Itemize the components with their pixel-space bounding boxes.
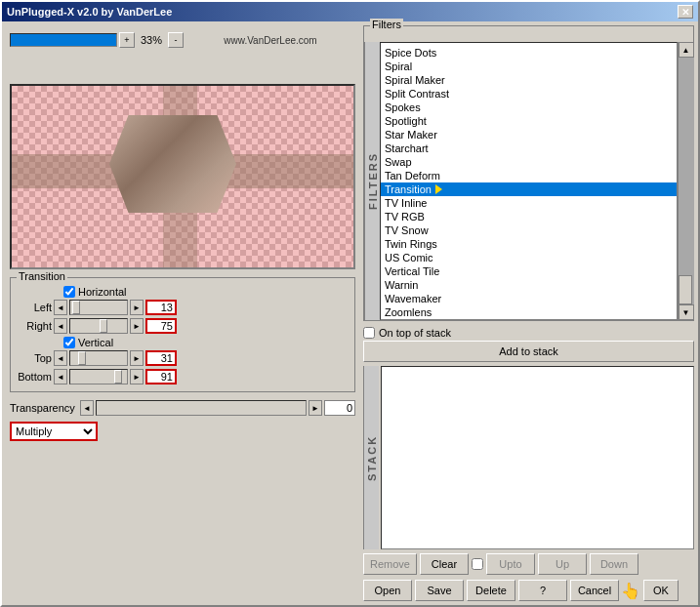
- filters-sidebar-label: FILTERS: [364, 42, 380, 320]
- scroll-down-arrow[interactable]: ▼: [679, 304, 694, 320]
- horizontal-checkbox[interactable]: [63, 286, 75, 298]
- left-value[interactable]: [145, 300, 177, 315]
- add-to-stack-area: Add to stack: [363, 341, 694, 362]
- filter-item[interactable]: Split Contrast: [381, 87, 677, 101]
- scroll-thumb: [679, 275, 692, 304]
- horizontal-label: Horizontal: [78, 286, 127, 298]
- stack-list[interactable]: [381, 366, 694, 549]
- right-slider-thumb: [100, 319, 107, 333]
- filter-item[interactable]: Swap: [381, 155, 677, 169]
- bottom-btn-row: Open Save Delete ? Cancel 👆 OK: [363, 580, 694, 601]
- filter-item[interactable]: Spiral Maker: [381, 73, 677, 87]
- top-arrow-right[interactable]: ►: [130, 350, 144, 366]
- preview-area: [10, 84, 355, 269]
- filter-item[interactable]: Spotlight: [381, 114, 677, 128]
- right-label: Right: [15, 320, 52, 332]
- filter-item[interactable]: Starchart: [381, 142, 677, 155]
- save-button[interactable]: Save: [415, 580, 464, 601]
- bottom-arrow-right[interactable]: ►: [130, 369, 144, 384]
- filter-item[interactable]: TV Snow: [381, 223, 677, 237]
- upto-button[interactable]: Upto: [486, 553, 535, 575]
- zoom-url: www.VanDerLee.com: [185, 35, 355, 46]
- stack-area: STACK: [363, 366, 694, 549]
- right-value[interactable]: [145, 318, 177, 334]
- zoom-plus-button[interactable]: +: [119, 32, 135, 48]
- bottom-value[interactable]: [145, 369, 177, 384]
- filter-item[interactable]: TV Inline: [381, 196, 677, 210]
- stack-sidebar-label: STACK: [363, 366, 379, 549]
- delete-button[interactable]: Delete: [467, 580, 515, 601]
- blend-mode-select[interactable]: Multiply Normal Screen Overlay: [10, 422, 98, 441]
- transparency-label: Transparency: [10, 402, 78, 414]
- filters-title: Filters: [370, 19, 403, 30]
- ok-button[interactable]: OK: [643, 580, 679, 601]
- clear-button[interactable]: Clear: [420, 553, 469, 575]
- filter-item[interactable]: Twin Rings: [381, 237, 677, 251]
- top-arrow-left[interactable]: ◄: [54, 350, 67, 366]
- left-control-row: Left ◄ ►: [15, 300, 350, 315]
- transparency-arrow-left[interactable]: ◄: [80, 400, 94, 416]
- filter-item[interactable]: Spiral: [381, 60, 677, 73]
- filters-scrollbar[interactable]: ▲ ▼: [678, 42, 693, 320]
- filter-item[interactable]: Vertical Tile: [381, 264, 677, 278]
- left-slider-thumb: [72, 301, 80, 314]
- left-panel: + 33% - www.VanDerLee.com Transition Hor…: [2, 21, 363, 605]
- filters-list-container: FILTERS SolarizeSpice DotsSpiralSpiral M…: [364, 42, 693, 320]
- top-slider-thumb: [78, 351, 86, 365]
- bottom-arrow-left[interactable]: ◄: [54, 369, 67, 384]
- ontop-checkbox[interactable]: [363, 327, 375, 339]
- hand-icon: 👆: [621, 582, 640, 600]
- zoom-bar: + 33% - www.VanDerLee.com: [10, 29, 355, 51]
- transparency-value[interactable]: [324, 400, 355, 416]
- blend-mode-row: Multiply Normal Screen Overlay: [10, 422, 355, 441]
- right-slider[interactable]: [69, 318, 128, 334]
- filter-item[interactable]: Transition: [381, 182, 677, 196]
- down-button[interactable]: Down: [590, 553, 638, 575]
- cancel-button[interactable]: Cancel: [570, 580, 619, 601]
- left-slider[interactable]: [69, 300, 128, 315]
- filters-section: Filters FILTERS SolarizeSpice DotsSpiral…: [363, 25, 694, 321]
- add-to-stack-button[interactable]: Add to stack: [363, 341, 694, 362]
- filter-item[interactable]: Spice Dots: [381, 46, 677, 60]
- scroll-up-arrow[interactable]: ▲: [679, 42, 694, 58]
- help-button[interactable]: ?: [518, 580, 567, 601]
- bottom-label: Bottom: [15, 371, 52, 383]
- bottom-slider[interactable]: [69, 369, 128, 384]
- filter-item[interactable]: Tan Deform: [381, 169, 677, 182]
- left-arrow-right[interactable]: ►: [130, 300, 144, 315]
- left-arrow-left[interactable]: ◄: [54, 300, 67, 315]
- upto-checkbox[interactable]: [472, 558, 483, 570]
- filter-item[interactable]: Warnin: [381, 278, 677, 292]
- ontop-label: On top of stack: [379, 327, 451, 339]
- right-arrow-right[interactable]: ►: [130, 318, 144, 334]
- right-control-row: Right ◄ ►: [15, 318, 350, 334]
- vertical-checkbox[interactable]: [63, 337, 75, 348]
- filter-item[interactable]: Zoomlens: [381, 305, 677, 319]
- zoom-minus-button[interactable]: -: [168, 32, 184, 48]
- filter-item[interactable]: Wavemaker: [381, 292, 677, 305]
- transparency-arrow-right[interactable]: ►: [309, 400, 322, 416]
- scroll-track: [679, 58, 694, 304]
- left-label: Left: [15, 302, 52, 313]
- right-arrow-left[interactable]: ◄: [54, 318, 67, 334]
- transition-group-label: Transition: [17, 270, 67, 282]
- top-value[interactable]: [145, 350, 177, 366]
- filter-item[interactable]: US Comic: [381, 251, 677, 264]
- top-slider[interactable]: [69, 350, 128, 366]
- top-control-row: Top ◄ ►: [15, 350, 350, 366]
- up-button[interactable]: Up: [538, 553, 587, 575]
- open-button[interactable]: Open: [363, 580, 412, 601]
- remove-button[interactable]: Remove: [363, 553, 417, 575]
- zoom-slider[interactable]: [10, 33, 117, 47]
- filters-list[interactable]: SolarizeSpice DotsSpiralSpiral MakerSpli…: [380, 42, 678, 320]
- close-button[interactable]: ✕: [678, 5, 693, 19]
- bottom-slider-thumb: [114, 370, 122, 384]
- transition-group: Transition Horizontal Left ◄ ►: [10, 277, 355, 392]
- transparency-slider[interactable]: [96, 400, 307, 416]
- vertical-row: Vertical: [63, 337, 350, 348]
- main-window: UnPlugged-X v2.0 by VanDerLee ✕ + 33% - …: [0, 0, 700, 607]
- filter-item[interactable]: TV RGB: [381, 210, 677, 223]
- title-bar: UnPlugged-X v2.0 by VanDerLee ✕: [2, 2, 698, 21]
- filter-item[interactable]: Spokes: [381, 101, 677, 114]
- filter-item[interactable]: Star Maker: [381, 128, 677, 142]
